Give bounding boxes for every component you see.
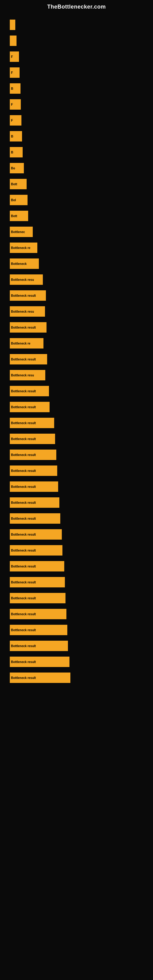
bar-17: Bottleneck resu xyxy=(10,274,43,285)
bar-21: Bottleneck re xyxy=(10,338,43,348)
bar-row: Bottleneck result xyxy=(9,638,144,654)
bar-20: Bottleneck result xyxy=(10,322,46,332)
bar-12: Bol xyxy=(10,195,27,205)
bar-28: Bottleneck result xyxy=(10,450,56,460)
bar-6: F xyxy=(10,99,21,110)
bar-row: Bottleneck result xyxy=(9,415,144,431)
bar-2 xyxy=(10,35,16,46)
bar-11: Bott xyxy=(10,179,27,189)
bar-row: Bottleneck result xyxy=(9,654,144,670)
bar-row: Bottleneck result xyxy=(9,479,144,494)
bar-label-19: Bottleneck resu xyxy=(11,310,34,313)
bar-row xyxy=(9,33,144,48)
bar-row: Bottleneck result xyxy=(9,511,144,526)
bar-25: Bottleneck result xyxy=(10,402,49,412)
bar-row: Bottleneck result xyxy=(9,320,144,335)
bar-row: Bottleneck result xyxy=(9,463,144,478)
bar-row: Bottleneck result xyxy=(9,383,144,399)
bar-label-3: F xyxy=(11,55,13,59)
bar-row: Bottleneck result xyxy=(9,527,144,542)
bar-row: Bott xyxy=(9,208,144,224)
bar-label-35: Bottleneck result xyxy=(11,565,36,568)
bar-row: B xyxy=(9,129,144,144)
bar-row: F xyxy=(9,65,144,80)
bar-row: Bottleneck result xyxy=(9,622,144,638)
bar-label-24: Bottleneck result xyxy=(11,390,36,393)
bar-3: F xyxy=(10,51,19,62)
bar-row: Bottleneck re xyxy=(9,336,144,351)
bar-row: B xyxy=(9,145,144,160)
bar-label-31: Bottleneck result xyxy=(11,501,36,504)
bar-row: Bottleneck resu xyxy=(9,368,144,383)
bar-32: Bottleneck result xyxy=(10,513,60,524)
bar-40: Bottleneck result xyxy=(10,641,68,651)
bar-33: Bottleneck result xyxy=(10,529,62,539)
bar-label-21: Bottleneck re xyxy=(11,342,30,345)
bar-row: Bottleneck result xyxy=(9,574,144,590)
bar-label-26: Bottleneck result xyxy=(11,422,36,425)
bar-30: Bottleneck result xyxy=(10,481,58,492)
bar-5: B xyxy=(10,83,21,94)
bar-10: Bo xyxy=(10,163,24,173)
bar-row: F xyxy=(9,49,144,64)
bar-label-22: Bottleneck result xyxy=(11,358,36,361)
bar-row: Bottleneck result xyxy=(9,558,144,574)
bar-label-25: Bottleneck result xyxy=(11,406,36,409)
bar-row: Bottleneck result xyxy=(9,542,144,558)
bar-15: Bottleneck re xyxy=(10,243,37,253)
bar-label-7: F xyxy=(11,119,13,122)
bar-row: Bottleneck result xyxy=(9,288,144,303)
bar-label-37: Bottleneck result xyxy=(11,597,36,600)
bar-label-6: F xyxy=(11,103,13,106)
bar-label-23: Bottleneck resu xyxy=(11,374,34,377)
bar-4: F xyxy=(10,67,19,78)
bar-label-12: Bol xyxy=(11,199,16,202)
bar-row xyxy=(9,17,144,32)
bar-9: B xyxy=(10,147,22,158)
bar-row: Bo xyxy=(9,161,144,176)
bar-label-41: Bottleneck result xyxy=(11,660,36,663)
bar-row: Bottleneck result xyxy=(9,399,144,415)
bar-13: Bott xyxy=(10,211,28,221)
bar-label-11: Bott xyxy=(11,183,17,186)
bar-row: Bottleneck result xyxy=(9,431,144,447)
bar-row: B xyxy=(9,81,144,96)
bar-label-18: Bottleneck result xyxy=(11,294,36,298)
bar-label-30: Bottleneck result xyxy=(11,485,36,488)
bar-row: Bottleneck re xyxy=(9,240,144,255)
bar-7: F xyxy=(10,115,21,126)
bar-row: Bottleneck result xyxy=(9,352,144,367)
bar-label-20: Bottleneck result xyxy=(11,326,36,329)
bar-26: Bottleneck result xyxy=(10,418,54,428)
site-title: TheBottlenecker.com xyxy=(0,0,153,13)
bar-label-14: Bottlenec xyxy=(11,230,25,234)
bar-35: Bottleneck result xyxy=(10,561,64,571)
bar-label-40: Bottleneck result xyxy=(11,644,36,648)
bar-label-15: Bottleneck re xyxy=(11,246,30,250)
bar-14: Bottlenec xyxy=(10,227,33,237)
bar-label-17: Bottleneck resu xyxy=(11,278,34,282)
bar-23: Bottleneck resu xyxy=(10,370,45,380)
bar-27: Bottleneck result xyxy=(10,434,55,444)
bar-label-5: B xyxy=(11,87,13,90)
bar-31: Bottleneck result xyxy=(10,497,59,508)
bar-19: Bottleneck resu xyxy=(10,306,45,317)
bar-row: Bottleneck resu xyxy=(9,272,144,287)
bar-row: F xyxy=(9,113,144,128)
bar-label-38: Bottleneck result xyxy=(11,612,36,616)
bar-37: Bottleneck result xyxy=(10,593,65,603)
bar-42: Bottleneck result xyxy=(10,673,70,683)
bar-label-9: B xyxy=(11,151,13,154)
bar-41: Bottleneck result xyxy=(10,657,70,667)
bar-1 xyxy=(10,20,15,30)
bar-container: FFBFFBBBoBottBolBottBottlenecBottleneck … xyxy=(6,16,147,687)
bar-34: Bottleneck result xyxy=(10,545,62,555)
bar-24: Bottleneck result xyxy=(10,386,49,396)
bar-label-34: Bottleneck result xyxy=(11,549,36,552)
bar-row: Bottleneck resu xyxy=(9,304,144,319)
bar-row: Bottleneck result xyxy=(9,447,144,463)
bar-29: Bottleneck result xyxy=(10,466,57,476)
bar-label-16: Bottleneck xyxy=(11,262,27,266)
bar-label-4: F xyxy=(11,71,13,75)
bar-36: Bottleneck result xyxy=(10,577,65,587)
